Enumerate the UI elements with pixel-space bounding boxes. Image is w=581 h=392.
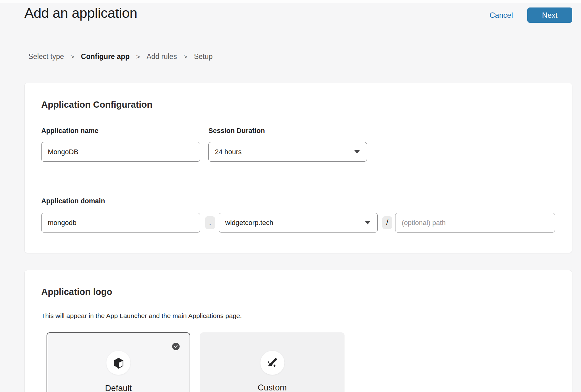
paintbrush-sparkles-icon bbox=[260, 351, 284, 375]
caret-down-icon bbox=[354, 150, 360, 154]
application-name-label: Application name bbox=[41, 127, 98, 135]
top-edge-strip bbox=[0, 0, 581, 3]
subdomain-input[interactable] bbox=[41, 213, 200, 233]
session-duration-value: 24 hours bbox=[215, 148, 242, 156]
breadcrumb-separator: > bbox=[183, 53, 187, 61]
logo-option-default[interactable]: Default bbox=[47, 332, 190, 392]
path-input[interactable] bbox=[395, 213, 555, 233]
breadcrumb-separator: > bbox=[136, 53, 140, 61]
check-icon bbox=[172, 343, 180, 350]
breadcrumb-step-select-type[interactable]: Select type bbox=[28, 52, 64, 61]
session-duration-select[interactable]: 24 hours bbox=[208, 142, 367, 162]
application-configuration-card: Application Configuration Application na… bbox=[24, 83, 572, 253]
next-button[interactable]: Next bbox=[527, 7, 572, 23]
cube-icon bbox=[107, 351, 131, 375]
breadcrumb-step-setup[interactable]: Setup bbox=[194, 52, 213, 61]
domain-value: widgetcorp.tech bbox=[225, 219, 273, 227]
session-duration-label: Session Duration bbox=[208, 127, 265, 135]
slash-separator: / bbox=[382, 216, 392, 229]
logo-option-custom[interactable]: Custom bbox=[200, 332, 345, 392]
page-title: Add an application bbox=[24, 5, 137, 21]
logo-description: This will appear in the App Launcher and… bbox=[41, 312, 242, 320]
application-domain-label: Application domain bbox=[41, 197, 105, 205]
caret-down-icon bbox=[365, 221, 370, 224]
logo-heading: Application logo bbox=[41, 287, 112, 297]
header-actions: Cancel Next bbox=[489, 7, 572, 23]
breadcrumb-step-add-rules[interactable]: Add rules bbox=[146, 52, 177, 61]
cancel-button[interactable]: Cancel bbox=[489, 11, 513, 20]
configuration-heading: Application Configuration bbox=[41, 100, 152, 110]
domain-select[interactable]: widgetcorp.tech bbox=[219, 213, 378, 233]
breadcrumb-separator: > bbox=[71, 53, 74, 61]
application-logo-card: Application logo This will appear in the… bbox=[24, 270, 572, 392]
breadcrumb-step-configure-app[interactable]: Configure app bbox=[81, 52, 130, 61]
dot-separator: . bbox=[205, 216, 215, 229]
application-name-input[interactable] bbox=[41, 142, 200, 162]
logo-option-default-label: Default bbox=[47, 384, 190, 392]
logo-option-custom-label: Custom bbox=[200, 383, 345, 392]
breadcrumb: Select type > Configure app > Add rules … bbox=[28, 52, 213, 61]
